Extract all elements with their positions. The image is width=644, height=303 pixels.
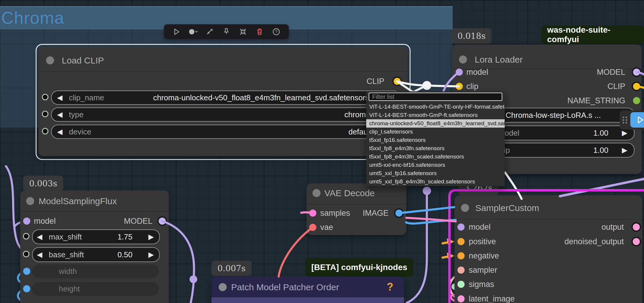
collapse-dot-icon[interactable] <box>312 189 321 197</box>
widget-device[interactable]: ◀ device default <box>51 125 400 139</box>
input-slot-model[interactable] <box>457 223 465 231</box>
reroute-icon[interactable] <box>204 26 216 38</box>
node-title: SamplerCustom <box>475 203 539 213</box>
output-slot-denoised-output[interactable] <box>633 238 640 245</box>
node-title: Load CLIP <box>62 55 104 66</box>
decrement-arrow-icon[interactable]: ◀ <box>37 233 42 240</box>
node-header[interactable]: ModelSamplingFlux <box>20 191 169 212</box>
input-slot-model[interactable] <box>23 218 30 225</box>
collapse-dot-icon[interactable] <box>219 283 227 291</box>
collapse-dot-icon[interactable] <box>26 197 34 205</box>
increment-arrow-icon[interactable]: ▶ <box>149 251 154 258</box>
run-node-button[interactable] <box>630 112 644 128</box>
dropdown-item[interactable]: umt5_xxl_fp8_e4m3fn_scaled.safetensors <box>366 177 505 186</box>
node-sampler-custom[interactable]: SamplerCustom model output positive deno… <box>454 195 642 303</box>
execution-time-badge: 0.007s <box>211 261 252 276</box>
decrement-arrow-icon[interactable]: ◀ <box>37 251 42 258</box>
collapse-dot-icon[interactable] <box>46 56 54 64</box>
dropdown-item[interactable]: t5xxl_fp16.safetensors <box>366 136 505 144</box>
input-slot-clip-name[interactable] <box>42 94 48 100</box>
pin-icon[interactable] <box>220 26 232 38</box>
node-quick-actions <box>620 110 644 129</box>
node-header[interactable]: VAE Decode <box>307 183 406 205</box>
output-slot-model[interactable] <box>633 69 640 76</box>
node-mode-icon[interactable] <box>187 26 199 38</box>
node-header[interactable]: SamplerCustom <box>454 195 642 220</box>
input-slot-sigmas[interactable] <box>457 281 465 288</box>
output-slot-name-string[interactable] <box>633 97 640 104</box>
input-slot-model[interactable] <box>456 69 463 76</box>
output-slot-model[interactable] <box>159 218 166 225</box>
collapse-dot-icon[interactable] <box>459 55 467 64</box>
node-pack-badge: [BETA] comfyui-kjnodes <box>305 258 413 277</box>
dropdown-item[interactable]: ViT-L-14-BEST-smooth-GmP-ft.safetensors <box>366 111 505 119</box>
input-slot-latent-image[interactable] <box>457 295 465 302</box>
node-toolbar: ? <box>164 24 289 39</box>
node-header[interactable]: Lora Loader <box>452 45 642 69</box>
widget-width[interactable]: width <box>32 264 159 278</box>
node-graph-canvas[interactable]: Chroma 0.018s was-node-suite-comfyui 0.0… <box>0 0 644 303</box>
node-vae-decode[interactable]: VAE Decode samples IMAGE vae <box>307 183 406 235</box>
widget-height[interactable]: height <box>32 282 159 296</box>
collapse-dot-icon[interactable] <box>461 204 469 212</box>
input-slot-samples[interactable] <box>309 210 316 217</box>
dropdown-item[interactable]: t5xxl_fp8_e4m3fn_scaled.safetensors <box>366 153 505 161</box>
output-label-clip: CLIP <box>367 77 384 86</box>
decrement-arrow-icon[interactable]: ◀ <box>57 128 62 135</box>
dropdown-item[interactable]: umt5_xxl_fp16.safetensors <box>366 169 505 177</box>
widget-clip-name[interactable]: ◀ clip_name chroma-unlocked-v50_float8_e… <box>51 91 400 105</box>
collapse-icon[interactable] <box>237 26 249 38</box>
widget-max-shift[interactable]: ◀ max_shift 1.75 ▶ <box>32 229 160 244</box>
drag-handle-icon[interactable] <box>623 117 629 123</box>
increment-arrow-icon[interactable]: ▶ <box>622 147 627 154</box>
input-slot-width[interactable] <box>23 268 30 275</box>
widget-type[interactable]: ◀ type chroma <box>51 107 400 122</box>
input-slot-type[interactable] <box>42 111 48 117</box>
output-slot-image[interactable] <box>395 210 402 217</box>
node-title: Lora Loader <box>475 55 523 65</box>
execution-time-badge: 0.003s <box>23 176 63 191</box>
input-slot-clip[interactable] <box>456 83 463 90</box>
node-body <box>211 297 404 303</box>
node-title: ModelSamplingFlux <box>39 196 117 206</box>
delete-icon[interactable] <box>254 26 266 38</box>
output-slot-clip[interactable] <box>633 83 640 90</box>
dropdown-item[interactable]: chroma-unlocked-v50_float8_e4m3fn_learne… <box>366 119 505 128</box>
output-slot-clip[interactable] <box>394 78 401 85</box>
dropdown-item[interactable]: umt5-xxl-enc-bf16.safetensors <box>366 161 505 169</box>
input-slot-vae[interactable] <box>309 224 316 231</box>
help-icon[interactable]: ? <box>270 26 282 38</box>
input-slot-positive[interactable] <box>457 238 465 245</box>
dropdown-item[interactable]: clip_l.safetensors <box>366 128 505 136</box>
node-title: VAE Decode <box>324 188 375 198</box>
svg-text:?: ? <box>275 29 277 34</box>
output-slot-output[interactable] <box>633 223 640 231</box>
node-model-sampling-flux[interactable]: ModelSamplingFlux model MODEL ◀ max_shif… <box>20 191 169 303</box>
filter-input[interactable] <box>369 93 502 101</box>
decrement-arrow-icon[interactable]: ◀ <box>57 111 62 118</box>
input-slot-base-shift[interactable] <box>23 251 29 257</box>
node-pack-badge: was-node-suite-comfyui <box>541 26 644 44</box>
input-slot-max-shift[interactable] <box>23 233 29 239</box>
help-badge[interactable]: ? <box>387 281 393 293</box>
dropdown-item[interactable]: ViT-L-14-BEST-smooth-GmP-TE-only-HF-form… <box>366 103 505 111</box>
decrement-arrow-icon[interactable]: ◀ <box>57 94 62 101</box>
combo-filter-dropdown: ViT-L-14-BEST-smooth-GmP-TE-only-HF-form… <box>366 91 505 186</box>
dropdown-item[interactable]: t5xxl_fp8_e4m3fn.safetensors <box>366 144 505 153</box>
input-slot-negative[interactable] <box>457 252 465 259</box>
execution-time-badge: 0.018s <box>452 28 492 44</box>
node-load-clip[interactable]: Load CLIP CLIP ◀ clip_name chroma-unlock… <box>39 47 408 156</box>
node-patch-model-patcher-order[interactable]: Patch Model Patcher Order ? <box>211 277 404 303</box>
node-title: Patch Model Patcher Order <box>231 282 339 292</box>
increment-arrow-icon[interactable]: ▶ <box>149 233 154 240</box>
input-slot-sampler[interactable] <box>457 266 465 274</box>
input-slot-device[interactable] <box>42 128 48 134</box>
node-header[interactable]: Load CLIP <box>39 47 408 72</box>
increment-arrow-icon[interactable]: ▶ <box>622 129 627 137</box>
widget-base-shift[interactable]: ◀ base_shift 0.50 ▶ <box>32 247 160 262</box>
input-slot-height[interactable] <box>23 285 30 292</box>
group-title: Chroma <box>1 8 64 28</box>
dropdown-items: ViT-L-14-BEST-smooth-GmP-TE-only-HF-form… <box>366 103 505 186</box>
play-icon[interactable] <box>171 26 182 38</box>
